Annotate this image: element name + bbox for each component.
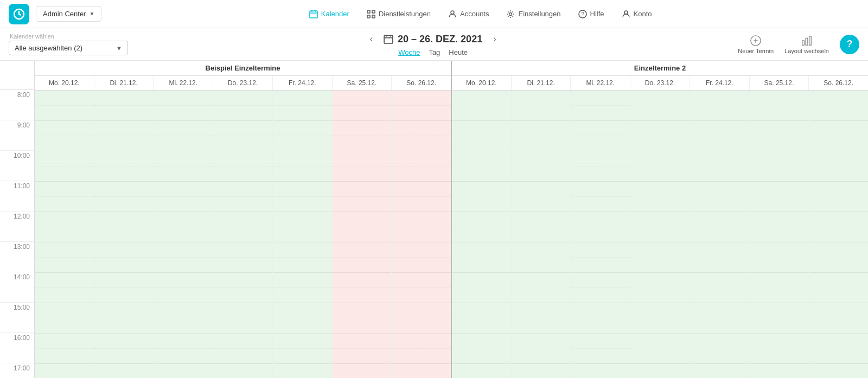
calendar-dropdown-value: Alle ausgewählten (2) xyxy=(15,44,116,52)
time-17: 17:00 xyxy=(0,363,34,378)
admin-center-button[interactable]: Admin Center ▼ xyxy=(36,6,101,22)
help-circle-button[interactable]: ? xyxy=(840,35,859,54)
day-header-di2: Di. 21.12. xyxy=(512,76,571,90)
day-header-mi1: Mi. 22.12. xyxy=(154,76,213,90)
svg-rect-2 xyxy=(310,11,317,18)
svg-rect-8 xyxy=(367,15,370,18)
calendar-select-label: Kalender wählen xyxy=(10,33,128,40)
layout-wechseln-label: Layout wechseln xyxy=(784,48,829,54)
header: Admin Center ▼ Kalender Dienstleistungen xyxy=(0,0,868,28)
svg-rect-22 xyxy=(802,41,805,45)
next-week-button[interactable]: › xyxy=(489,32,500,46)
day-header-do2: Do. 23.12. xyxy=(630,76,690,90)
time-12: 12:00 xyxy=(0,212,34,242)
dropdown-arrow-icon: ▼ xyxy=(116,45,122,52)
calendar-date-icon xyxy=(384,34,393,44)
time-9: 9:00 xyxy=(0,120,34,151)
calendar-dropdown[interactable]: Alle ausgewählten (2) ▼ xyxy=(9,41,128,55)
day-col-do2[interactable] xyxy=(630,91,690,378)
day-col-so1[interactable] xyxy=(392,91,451,378)
chevron-down-icon: ▼ xyxy=(89,11,94,17)
nav-item-einstellungen[interactable]: Einstellungen xyxy=(506,10,560,18)
nav-item-konto[interactable]: Konto xyxy=(622,10,652,18)
day-col-mo2[interactable] xyxy=(452,91,512,378)
svg-rect-7 xyxy=(372,10,375,13)
time-8: 8:00 xyxy=(0,90,34,120)
neuer-termin-button[interactable]: Neuer Termin xyxy=(738,35,774,54)
time-10: 10:00 xyxy=(0,151,34,181)
section-title-beispiel: Beispiel Einzeltermine xyxy=(35,61,451,76)
calendar-section-beispiel: Beispiel Einzeltermine Mo. 20.12. Di. 21… xyxy=(35,61,452,378)
svg-point-10 xyxy=(451,11,454,14)
bar-chart-icon xyxy=(801,35,813,47)
day-header-sa1: Sa. 25.12. xyxy=(333,76,392,90)
day-header-mo1: Mo. 20.12. xyxy=(35,76,94,90)
nav-label-konto: Konto xyxy=(634,10,652,18)
main-nav: Kalender Dienstleistungen Accounts Ein xyxy=(309,10,652,18)
prev-week-button[interactable]: ‹ xyxy=(366,32,377,46)
help-icon: ? xyxy=(578,10,587,18)
logo xyxy=(9,4,29,24)
layout-wechseln-button[interactable]: Layout wechseln xyxy=(784,35,829,54)
day-col-fr1[interactable] xyxy=(273,91,333,378)
svg-rect-6 xyxy=(367,10,370,13)
day-header-sa2: Sa. 25.12. xyxy=(750,76,809,90)
calendar-section-einzeltermine2: Einzeltermine 2 Mo. 20.12. Di. 21.12. Mi… xyxy=(452,61,868,378)
day-col-sa1[interactable] xyxy=(333,91,392,378)
day-col-sa2[interactable] xyxy=(750,91,809,378)
nav-item-kalender[interactable]: Kalender xyxy=(309,10,349,18)
days-header-einzeltermine2: Mo. 20.12. Di. 21.12. Mi. 22.12. Do. 23.… xyxy=(452,76,868,91)
gear-icon xyxy=(506,10,515,18)
time-header-spacer xyxy=(0,61,34,90)
day-header-so1: So. 26.12. xyxy=(392,76,451,90)
day-header-mo2: Mo. 20.12. xyxy=(452,76,512,90)
plus-circle-icon xyxy=(750,35,762,47)
grid-icon xyxy=(367,10,375,18)
time-11: 11:00 xyxy=(0,181,34,212)
day-col-mi2[interactable] xyxy=(571,91,630,378)
time-14: 14:00 xyxy=(0,272,34,303)
admin-center-label: Admin Center xyxy=(43,10,86,18)
date-tabs: Woche Tag Heute xyxy=(398,48,468,56)
nav-label-accounts: Accounts xyxy=(460,10,489,18)
nav-item-hilfe[interactable]: ? Hilfe xyxy=(578,10,604,18)
date-range-text: 20 – 26. DEZ. 2021 xyxy=(398,34,482,45)
tab-tag[interactable]: Tag xyxy=(429,48,440,56)
day-col-fr2[interactable] xyxy=(690,91,750,378)
accounts-user-icon xyxy=(448,10,457,18)
calendar-grid: 8:00 9:00 10:00 11:00 12:00 13:00 14:00 … xyxy=(0,61,868,378)
tab-woche[interactable]: Woche xyxy=(398,48,420,56)
time-15: 15:00 xyxy=(0,303,34,333)
svg-rect-24 xyxy=(809,36,812,45)
nav-label-einstellungen: Einstellungen xyxy=(518,10,560,18)
day-col-do1[interactable] xyxy=(213,91,273,378)
time-column: 8:00 9:00 10:00 11:00 12:00 13:00 14:00 … xyxy=(0,61,35,378)
day-header-mi2: Mi. 22.12. xyxy=(571,76,630,90)
day-header-do1: Do. 23.12. xyxy=(213,76,273,90)
nav-label-hilfe: Hilfe xyxy=(590,10,604,18)
svg-text:?: ? xyxy=(581,11,584,17)
section-title-einzeltermine2: Einzeltermine 2 xyxy=(452,61,868,76)
day-col-di2[interactable] xyxy=(512,91,571,378)
day-col-di1[interactable] xyxy=(94,91,154,378)
svg-point-14 xyxy=(624,11,628,14)
date-range-display: 20 – 26. DEZ. 2021 xyxy=(384,34,482,45)
svg-rect-15 xyxy=(384,35,393,43)
nav-item-dienstleistungen[interactable]: Dienstleistungen xyxy=(367,10,431,18)
tab-heute[interactable]: Heute xyxy=(449,48,468,56)
days-body-einzeltermine2 xyxy=(452,91,868,378)
day-col-mo1[interactable] xyxy=(35,91,94,378)
day-col-mi1[interactable] xyxy=(154,91,213,378)
nav-item-accounts[interactable]: Accounts xyxy=(448,10,489,18)
svg-rect-23 xyxy=(806,38,808,45)
person-icon xyxy=(622,10,630,18)
time-16: 16:00 xyxy=(0,333,34,363)
day-col-so2[interactable] xyxy=(809,91,868,378)
day-header-so2: So. 26.12. xyxy=(809,76,868,90)
nav-label-kalender: Kalender xyxy=(321,10,349,18)
time-13: 13:00 xyxy=(0,242,34,272)
calendar-icon xyxy=(309,10,318,18)
date-navigation: ‹ 20 – 26. DEZ. 2021 › xyxy=(366,32,501,46)
days-header-beispiel: Mo. 20.12. Di. 21.12. Mi. 22.12. Do. 23.… xyxy=(35,76,451,91)
day-header-fr1: Fr. 24.12. xyxy=(273,76,333,90)
